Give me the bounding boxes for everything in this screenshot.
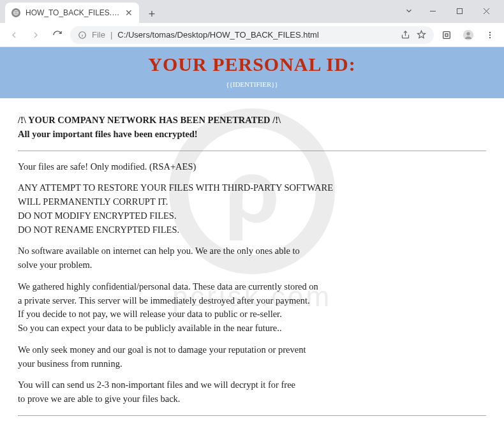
banner-identifier: {{IDENTIFIER}} [0, 80, 504, 88]
paragraph-data: We gathered highly confidential/personal… [18, 280, 486, 336]
paragraph-safe: Your files are safe! Only modified. (RSA… [18, 160, 486, 174]
banner-title: YOUR PERSONAL ID: [0, 54, 504, 75]
share-icon[interactable] [401, 30, 410, 40]
forward-button[interactable] [27, 26, 45, 44]
back-button[interactable] [5, 26, 23, 44]
chevron-down-icon[interactable] [399, 6, 419, 15]
globe-icon [11, 8, 20, 17]
info-icon [78, 31, 87, 40]
divider [18, 415, 486, 416]
new-tab-button[interactable]: + [143, 5, 161, 23]
divider [18, 151, 486, 151]
svg-point-12 [489, 31, 491, 33]
headline-2: All your important files have been encry… [18, 128, 486, 142]
ransom-content: /!\ YOUR COMPANY NETWORK HAS BEEN PENETR… [0, 98, 504, 421]
url-separator: | [110, 30, 112, 40]
tab-close-button[interactable]: ✕ [125, 8, 133, 18]
svg-point-11 [466, 32, 470, 35]
svg-rect-9 [445, 34, 448, 36]
profile-icon[interactable] [459, 26, 477, 44]
address-bar[interactable]: File | C:/Users/tomas/Desktop/HOW_TO_BAC… [70, 26, 434, 44]
browser-titlebar: HOW_TO_BACK_FILES.html ✕ + [0, 0, 504, 23]
paragraph-nosoftware: No software available on internet can he… [18, 244, 486, 272]
banner: YOUR PERSONAL ID: {{IDENTIFIER}} [0, 47, 504, 98]
tab-title: HOW_TO_BACK_FILES.html [26, 8, 120, 17]
svg-point-14 [489, 36, 491, 38]
extensions-icon[interactable] [438, 26, 456, 44]
svg-rect-8 [443, 31, 450, 38]
menu-icon[interactable] [481, 26, 499, 44]
paragraph-goal: We only seek money and our goal is not t… [18, 343, 486, 371]
window-close-button[interactable] [473, 3, 499, 19]
paragraph-proof: You will can send us 2-3 non-important f… [18, 378, 486, 406]
bookmark-icon[interactable] [417, 30, 426, 40]
page-viewport[interactable]: YOUR PERSONAL ID: {{IDENTIFIER}} /!\ YOU… [0, 47, 504, 421]
reload-button[interactable] [48, 26, 66, 44]
browser-tab[interactable]: HOW_TO_BACK_FILES.html ✕ [5, 3, 139, 23]
url-scheme: File [92, 30, 105, 40]
url-path: C:/Users/tomas/Desktop/HOW_TO_BACK_FILES… [117, 30, 318, 40]
headline-1: /!\ YOUR COMPANY NETWORK HAS BEEN PENETR… [18, 114, 486, 128]
svg-point-13 [489, 34, 491, 35]
browser-toolbar: File | C:/Users/tomas/Desktop/HOW_TO_BAC… [0, 23, 504, 47]
window-maximize-button[interactable] [447, 3, 472, 19]
window-minimize-button[interactable] [420, 3, 445, 19]
paragraph-warning: ANY ATTEMPT TO RESTORE YOUR FILES WITH T… [18, 181, 486, 237]
svg-rect-2 [457, 8, 462, 13]
